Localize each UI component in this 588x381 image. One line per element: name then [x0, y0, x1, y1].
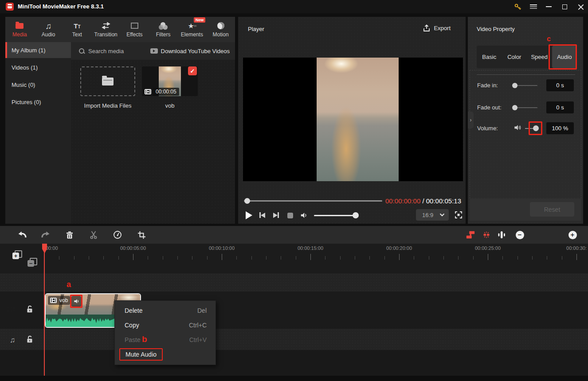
redo-icon[interactable] — [40, 229, 51, 240]
undo-icon[interactable] — [17, 229, 27, 240]
nav-motion[interactable]: Motion — [206, 17, 235, 42]
aspect-ratio-dropdown[interactable]: 16:9 — [416, 209, 449, 221]
crop-icon[interactable] — [136, 229, 147, 240]
ruler-tick — [576, 254, 577, 260]
media-folder-icon — [16, 21, 24, 30]
fade-in-value[interactable]: 0 s — [546, 79, 574, 91]
split-scissors-icon[interactable] — [88, 229, 99, 240]
nav-effects[interactable]: Effects — [120, 17, 149, 42]
fade-in-thumb[interactable] — [512, 83, 517, 88]
fullscreen-icon[interactable] — [455, 211, 463, 219]
search-input[interactable]: Search media — [88, 48, 124, 54]
timeline-toolbar: − + — [0, 226, 588, 244]
zoom-out-icon[interactable]: − — [514, 229, 525, 240]
ruler-tick — [369, 256, 370, 260]
nav-elements[interactable]: New ★═ Elements — [178, 17, 207, 42]
player-volume-slider[interactable] — [314, 215, 357, 216]
timeline-ruler[interactable]: 00:0000:00:05:0000:00:10:0000:00:15:0000… — [44, 244, 588, 264]
sidebar-item-my-album[interactable]: My Album (1) — [5, 42, 71, 58]
volume-value[interactable]: 100 % — [546, 122, 574, 134]
search-icon[interactable] — [79, 48, 85, 54]
menu-item-mute-audio[interactable]: Mute Audio — [115, 347, 216, 362]
menu-item-delete[interactable]: Delete Del — [115, 303, 216, 318]
ruler-tick — [384, 256, 385, 260]
next-frame-button[interactable] — [273, 212, 279, 218]
zoom-in-icon[interactable]: + — [567, 229, 578, 240]
nav-audio[interactable]: ♫ Audio — [34, 17, 63, 42]
ruler-tick — [310, 254, 311, 260]
nav-text[interactable]: TT Text — [63, 17, 92, 42]
panel-collapse-arrow[interactable]: › — [468, 112, 474, 128]
import-media-label: Import Media Files — [80, 102, 135, 109]
progress-row: 00:00:00:00 / 00:00:05:13 — [244, 197, 461, 204]
ruler-tick — [118, 256, 119, 260]
ruler-label: 00:00:30: — [566, 245, 587, 251]
fade-out-slider[interactable] — [513, 107, 537, 108]
fade-out-label: Fade out: — [477, 104, 502, 111]
player-volume-thumb[interactable] — [353, 212, 359, 218]
video-track-lock-icon[interactable] — [26, 305, 33, 313]
ruler-tick — [502, 256, 503, 260]
speaker-icon[interactable] — [300, 211, 308, 219]
music-track-lock-icon[interactable] — [26, 335, 33, 343]
license-key-icon[interactable] — [511, 0, 524, 13]
volume-speaker-icon[interactable] — [513, 123, 522, 132]
fade-out-thumb[interactable] — [512, 105, 517, 110]
ruler-tick — [177, 256, 178, 260]
audio-waveform-icon[interactable] — [496, 229, 507, 240]
film-icon — [50, 298, 57, 303]
import-media-dropzone[interactable] — [80, 66, 135, 96]
ruler-label: 00:00 — [46, 245, 58, 251]
nav-media[interactable]: Media — [5, 17, 34, 42]
menu-icon[interactable] — [527, 0, 540, 13]
delete-icon[interactable] — [64, 229, 75, 240]
storyboard-mode-icon[interactable] — [465, 229, 476, 240]
tab-color[interactable]: Color — [502, 46, 527, 68]
fade-in-slider[interactable] — [513, 85, 537, 86]
sidebar-item-pictures[interactable]: Pictures (0) — [5, 94, 71, 110]
maximize-button[interactable] — [558, 0, 571, 13]
timeline-footer-strip — [0, 376, 588, 381]
import-folder-icon — [102, 78, 114, 86]
ruler-label: 00:00:25:00 — [475, 245, 501, 251]
property-panel-title: Video Property — [477, 26, 515, 32]
menu-item-paste[interactable]: Paste Ctrl+V — [115, 332, 216, 347]
stop-button[interactable] — [287, 213, 293, 218]
clip-context-menu: Delete Del Copy Ctrl+C Paste Ctrl+V Mute… — [114, 300, 216, 365]
ruler-tick — [59, 256, 59, 260]
fade-out-row: Fade out: 0 s — [468, 101, 583, 114]
fade-out-value[interactable]: 0 s — [546, 101, 574, 113]
ruler-label: 00:00:20:00 — [386, 245, 412, 251]
nav-transition[interactable]: Transition — [91, 17, 120, 42]
sidebar-item-videos[interactable]: Videos (1) — [5, 59, 71, 75]
menu-item-copy[interactable]: Copy Ctrl+C — [115, 318, 216, 332]
nav-filters[interactable]: Filters — [149, 17, 178, 42]
library-sidebar: My Album (1) Videos (1) Music (0) Pictur… — [5, 42, 71, 224]
playhead-line[interactable] — [44, 244, 45, 376]
elements-star-icon: ★═ — [188, 21, 196, 30]
ruler-tick — [163, 256, 163, 260]
ruler-tick — [266, 256, 267, 260]
ruler-tick — [443, 256, 444, 260]
close-button[interactable] — [574, 0, 587, 13]
media-item-name: vob — [142, 102, 198, 109]
clip-audio-speaker-icon[interactable] — [71, 296, 81, 307]
previous-frame-button[interactable] — [259, 212, 265, 218]
fade-in-label: Fade in: — [477, 82, 498, 89]
filters-icon — [159, 21, 168, 30]
vob-meta-overlay: 00:00:05 — [142, 87, 198, 96]
tab-basic[interactable]: Basic — [477, 46, 502, 68]
export-button[interactable]: Export — [423, 24, 451, 32]
sidebar-item-music[interactable]: Music (0) — [5, 77, 71, 93]
split-marker-icon[interactable] — [481, 229, 492, 240]
seek-thumb[interactable] — [244, 198, 250, 204]
minimize-button[interactable] — [542, 0, 555, 13]
seek-bar[interactable] — [244, 200, 382, 202]
add-track-icon[interactable]: + — [13, 252, 21, 259]
download-youtube-button[interactable]: Download YouTube Videos — [150, 48, 230, 54]
remove-track-icon[interactable]: − — [28, 259, 36, 267]
player-title: Player — [248, 26, 264, 32]
speed-icon[interactable] — [112, 229, 123, 240]
play-button[interactable] — [246, 211, 252, 219]
reset-button[interactable]: Reset — [530, 202, 574, 217]
